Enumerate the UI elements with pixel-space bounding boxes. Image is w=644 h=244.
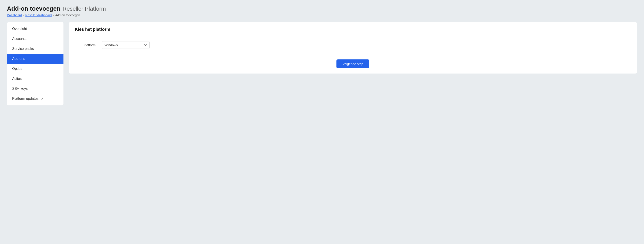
breadcrumb-current: Add-on toevoegen [55,13,80,17]
sidebar-item-label-overzicht: Overzicht [12,27,27,31]
main-content: Kies het platform Platform: Windows Linu… [69,22,637,74]
next-step-button[interactable]: Volgende stap [336,59,369,68]
page-header: Add-on toevoegen Reseller Platform Dashb… [7,5,637,17]
breadcrumb-separator-1: › [23,14,24,17]
sidebar: Overzicht Accounts Service packs Add-ons… [7,22,64,105]
breadcrumb-link-dashboard[interactable]: Dashboard [7,13,22,17]
external-link-icon: ↗ [41,97,44,101]
layout: Overzicht Accounts Service packs Add-ons… [7,22,637,105]
platform-form-section: Platform: Windows Linux macOS [69,36,637,54]
sidebar-item-label-opties: Opties [12,67,22,71]
button-section: Volgende stap [69,54,637,74]
breadcrumb-link-reseller[interactable]: Reseller dashboard [26,13,52,17]
sidebar-item-opties[interactable]: Opties [7,64,64,74]
sidebar-item-label-platform-updates: Platform updates [12,97,38,101]
sidebar-item-label-accounts: Accounts [12,37,26,41]
card-header: Kies het platform [69,22,637,36]
sidebar-item-add-ons[interactable]: Add-ons [7,54,64,64]
breadcrumb: Dashboard › Reseller dashboard › Add-on … [7,13,637,17]
card-title: Kies het platform [75,27,631,32]
sidebar-item-acties[interactable]: Acties [7,74,64,84]
page-title-sub: Reseller Platform [62,5,106,12]
breadcrumb-separator-2: › [53,14,54,17]
sidebar-item-accounts[interactable]: Accounts [7,34,64,44]
sidebar-item-ssh-keys[interactable]: SSH-keys [7,84,64,94]
sidebar-item-label-ssh-keys: SSH-keys [12,87,28,91]
sidebar-item-label-service-packs: Service packs [12,47,34,51]
sidebar-item-label-acties: Acties [12,77,22,81]
sidebar-item-platform-updates[interactable]: Platform updates ↗ [7,94,64,104]
sidebar-item-service-packs[interactable]: Service packs [7,44,64,54]
sidebar-item-overzicht[interactable]: Overzicht [7,24,64,34]
platform-label: Platform: [75,43,96,47]
page-title: Add-on toevoegen Reseller Platform [7,5,637,12]
sidebar-item-label-add-ons: Add-ons [12,57,25,61]
platform-select[interactable]: Windows Linux macOS [102,41,150,49]
page-title-bold: Add-on toevoegen [7,5,60,12]
